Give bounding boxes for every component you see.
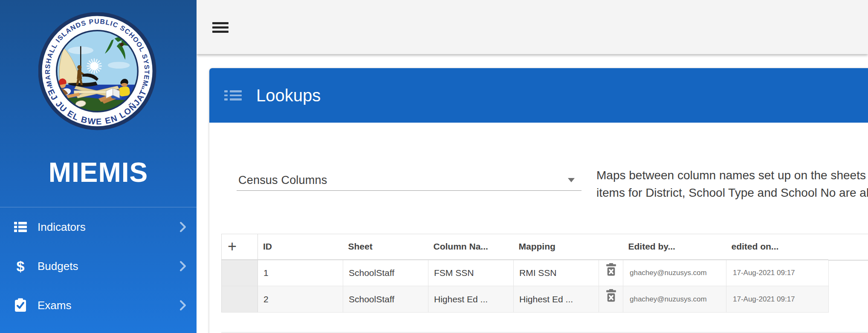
row-handle-cell: [222, 260, 258, 286]
add-record-cell: +: [222, 234, 258, 260]
cell-sheet: SchoolStaff: [343, 260, 428, 286]
column-header-sheet[interactable]: Sheet: [343, 234, 428, 260]
cell-column-name: FSM SSN: [428, 260, 514, 286]
column-header-edited-by[interactable]: Edited by...: [623, 234, 726, 260]
hamburger-menu-icon[interactable]: [212, 22, 229, 33]
list-icon: [224, 90, 242, 100]
cell-sheet: SchoolStaff: [343, 286, 428, 313]
cell-id: 2: [258, 286, 343, 313]
lookup-description: Maps between column names set up on the …: [596, 166, 868, 201]
topbar: [197, 0, 868, 54]
cell-id: 1: [258, 260, 343, 286]
sidebar-item-label: Budgets: [38, 260, 179, 273]
lookup-type-select[interactable]: Census Columns: [237, 171, 582, 191]
cell-actions: [599, 260, 623, 286]
cell-mapping: Highest Ed ...: [514, 286, 599, 313]
column-header-column-name[interactable]: Column Na...: [428, 234, 514, 260]
cell-edited-by: ghachey@nuzusys.com: [623, 286, 726, 313]
sidebar-item-label: Exams: [38, 299, 179, 312]
sun: [87, 58, 102, 74]
chevron-right-icon: [179, 221, 186, 233]
page-title: Lookups: [256, 86, 321, 105]
cell-mapping: RMI SSN: [514, 260, 599, 286]
cell-edited-on: 17-Aug-2021 09:17: [726, 286, 829, 313]
school-system-seal-logo: MARSHALL ISLANDS PUBLIC SCHOOL SYSTEM “E…: [38, 12, 157, 131]
cell-column-name: Highest Ed ...: [428, 286, 514, 313]
dropdown-arrow-icon: [568, 178, 575, 182]
delete-row-button[interactable]: [606, 263, 616, 278]
lookup-type-value: Census Columns: [238, 174, 327, 187]
sidebar-item-label: Indicators: [38, 221, 179, 234]
clipboard-check-icon: [14, 298, 27, 313]
cell-actions: [599, 286, 623, 313]
table-row: 2 SchoolStaff Highest Ed ... Highest Ed …: [222, 286, 829, 313]
sidebar: MARSHALL ISLANDS PUBLIC SCHOOL SYSTEM “E…: [0, 0, 197, 333]
table-header-extension: [828, 234, 868, 261]
lookups-table: + ID Sheet Column Na... Mapping Edited b…: [221, 234, 829, 313]
column-header-actions: [599, 234, 623, 260]
table-header-row: + ID Sheet Column Na... Mapping Edited b…: [222, 234, 829, 260]
panel-header: Lookups: [209, 68, 868, 123]
row-handle-cell: [222, 286, 258, 313]
sidebar-item-budgets[interactable]: $ Budgets: [0, 247, 197, 286]
dollar-icon: $: [14, 258, 27, 274]
column-header-id[interactable]: ID: [258, 234, 343, 260]
column-header-mapping[interactable]: Mapping: [514, 234, 599, 260]
description-line-2: items for District, School Type and Scho…: [596, 184, 868, 201]
app-title: MIEMIS: [0, 157, 197, 188]
sidebar-menu: Indicators $ Budgets Exams: [0, 207, 197, 325]
list-rows-icon: [14, 219, 27, 235]
delete-row-button[interactable]: [606, 289, 616, 304]
cell-edited-on: 17-Aug-2021 09:17: [726, 260, 829, 286]
table-footer-divider: [221, 332, 868, 333]
sidebar-item-indicators[interactable]: Indicators: [0, 207, 197, 247]
description-line-1: Maps between column names set up on the …: [596, 166, 868, 184]
chevron-right-icon: [179, 300, 186, 311]
column-header-edited-on[interactable]: edited on...: [726, 234, 829, 260]
add-record-button[interactable]: +: [228, 239, 237, 254]
cell-edited-by: ghachey@nuzusys.com: [623, 260, 726, 286]
chevron-right-icon: [179, 261, 186, 272]
table-row: 1 SchoolStaff FSM SSN RMI SSN ghachey@nu…: [222, 260, 829, 286]
sidebar-item-exams[interactable]: Exams: [0, 286, 197, 325]
